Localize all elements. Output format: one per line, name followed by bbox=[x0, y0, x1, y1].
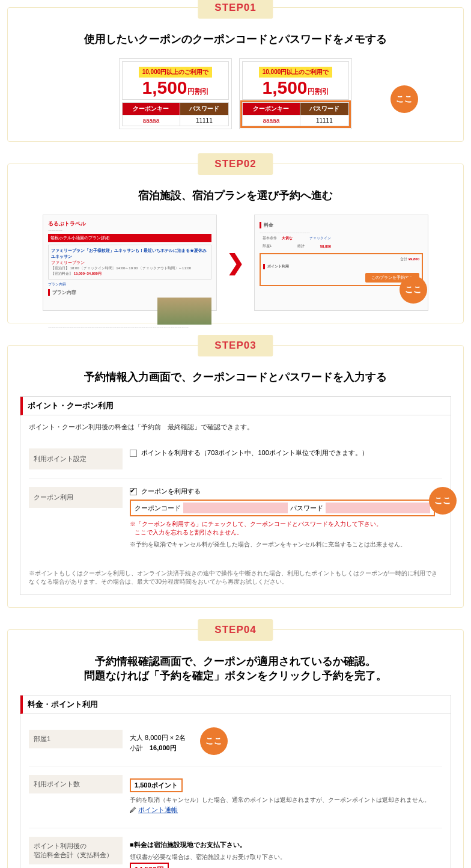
koko-badge: ここ bbox=[400, 276, 427, 304]
arrow-icon: ❯ bbox=[226, 250, 245, 275]
page-heading-bar: 箱根ホテル小涌園のプラン詳細 bbox=[48, 234, 211, 242]
coupon-key-header: クーポンキー bbox=[243, 103, 300, 115]
step1-card: STEP01 使用したいクーポンのクーポンコードとパスワードをメモする 10,0… bbox=[7, 7, 464, 142]
step3-card: STEP03 予約情報入力画面で、クーポンコードとパスワードを入力する ポイント… bbox=[7, 345, 464, 608]
coupon-condition: 10,000円以上のご利用で bbox=[139, 67, 213, 78]
coupon-code-input[interactable] bbox=[183, 503, 288, 513]
coupon-label: クーポン利用 bbox=[29, 487, 123, 508]
coupon-pw-header: パスワード bbox=[180, 103, 228, 115]
step2-title: 宿泊施設、宿泊プランを選び予約へ進む bbox=[20, 188, 451, 203]
subtotal-label: 小計 bbox=[130, 744, 143, 751]
plan-link: プラン内容 bbox=[48, 282, 211, 287]
coupon-unit: 円割引 bbox=[187, 87, 209, 96]
row-point-setting: 利用ポイント設定 ポイントを利用する（703ポイント中、100ポイント単位で利用… bbox=[29, 440, 442, 478]
point-text: ポイントを利用する（703ポイント中、100ポイント単位で利用できます。） bbox=[141, 449, 368, 456]
step4-title: 予約情報確認画面で、クーポンが適用されているか確認。 問題なければ「予約を確定」… bbox=[20, 654, 451, 683]
points-note: 予約を取消（キャンセル）した場合、通常のポイントは返却されますが、クーポンポイン… bbox=[130, 796, 435, 804]
panel-footer: ※ポイントもしくはクーポンを利用し、オンライン決済手続きの途中で操作を中断された… bbox=[20, 564, 451, 594]
step1-coupon-row: 10,000円以上のご利用で 1,500円割引 クーポンキーパスワード aaaa… bbox=[20, 58, 451, 129]
coupon-checkbox[interactable] bbox=[130, 488, 137, 495]
plan-subtitle: ファミリープラン bbox=[51, 260, 208, 266]
coupon-pw-value: 11111 bbox=[180, 115, 228, 126]
coupon-code-label: クーポンコード bbox=[135, 504, 181, 513]
row-coupon: クーポン利用 クーポンを利用する クーポンコード パスワード ※「クーポンを利用… bbox=[29, 478, 442, 557]
step2-tab: STEP02 bbox=[198, 153, 273, 175]
price-header: 料金 bbox=[260, 222, 423, 228]
hotel-image bbox=[157, 298, 211, 325]
coupon-warning2: ここで入力を忘れると割引されません。 bbox=[130, 528, 435, 537]
site-logo: るるぶトラベル bbox=[48, 220, 211, 228]
step3-panel: ポイント・クーポン利用 ポイント・クーポン利用後の料金は「予約前 最終確認」で確… bbox=[20, 396, 451, 595]
room-label: 部屋1 bbox=[29, 730, 123, 748]
step3-tab: STEP03 bbox=[198, 335, 273, 356]
step3-title: 予約情報入力画面で、クーポンコードとパスワードを入力する bbox=[20, 370, 451, 384]
coupon-input-group: クーポンコード パスワード bbox=[130, 500, 435, 516]
total-msg: ■料金は宿泊施設現地でお支払下さい。 bbox=[130, 841, 246, 848]
point-checkbox[interactable] bbox=[130, 450, 137, 457]
step1-title: 使用したいクーポンのクーポンコードとパスワードをメモする bbox=[20, 32, 451, 46]
screenshot-plan-list: るるぶトラベル ………… 箱根ホテル小涌園のプラン詳細 ファミリープラン「お子様… bbox=[43, 215, 217, 311]
subtotal-value: 16,000円 bbox=[150, 744, 177, 751]
koko-badge: ここ bbox=[390, 85, 418, 113]
points-value-box: 1,500ポイント bbox=[130, 778, 183, 792]
coupon-use-text: クーポンを利用する bbox=[141, 487, 201, 495]
plan-price: 15,000~34,800円 bbox=[74, 272, 102, 275]
step4-panel: 料金・ポイント利用 部屋1 大人 8,000円 × 2名 小計 16,000円 … bbox=[20, 695, 451, 868]
row-room: 部屋1 大人 8,000円 × 2名 小計 16,000円 bbox=[29, 721, 442, 766]
panel-note: ポイント・クーポン利用後の料金は「予約前 最終確認」で確認できます。 bbox=[29, 423, 442, 432]
points-link[interactable]: ポイント通帳 bbox=[138, 806, 178, 813]
panel-header: ポイント・クーポン利用 bbox=[20, 397, 451, 415]
coupon-unit: 円割引 bbox=[308, 87, 329, 96]
total-sub: 領収書が必要な場合は、宿泊施設よりお受け取り下さい。 bbox=[130, 853, 435, 861]
plan-detail-header: プラン内容 bbox=[48, 289, 211, 296]
coupon-amount: 1,500 bbox=[142, 78, 187, 97]
total-label: ポイント利用後の 宿泊料金合計（支払料金） bbox=[29, 837, 123, 864]
coupon-pw-input[interactable] bbox=[326, 503, 430, 513]
checkin: 18:00 〔チェックイン時間〕14:00～19:00 bbox=[70, 266, 138, 270]
coupon-key-value: aaaaa bbox=[243, 115, 300, 126]
room-line1: 大人 8,000円 × 2名 bbox=[130, 733, 435, 742]
plan-title: ファミリープラン「お子様歓迎」ユネッサンも！最近いちホテルに泊まる★夏休みユネッ… bbox=[51, 248, 208, 260]
link-icon: 🖉 bbox=[130, 806, 136, 813]
price-label: 【宿泊料金】 bbox=[51, 272, 73, 275]
checkout: 〔チェックアウト時間〕～11:00 bbox=[139, 266, 191, 270]
coupon-card-right: 10,000円以上のご利用で 1,500円割引 クーポンキーパスワード aaaa… bbox=[239, 58, 352, 129]
coupon-key-header: クーポンキー bbox=[123, 103, 180, 115]
date-label: 【宿泊日】 bbox=[51, 266, 69, 270]
step1-tab: STEP01 bbox=[198, 0, 273, 19]
coupon-condition: 10,000円以上のご利用で bbox=[259, 67, 333, 78]
points-label: 利用ポイント数 bbox=[29, 775, 123, 793]
coupon-amount: 1,500 bbox=[262, 78, 307, 97]
coupon-warning1: ※「クーポンを利用する」にチェックして、クーポンコードとパスワードを入力して下さ… bbox=[130, 520, 435, 528]
panel-header: 料金・ポイント利用 bbox=[20, 695, 451, 714]
total-price: 14,500円 bbox=[130, 863, 169, 868]
price-summary: 基本条件大切なチェックイン 部屋1総計¥8,800 bbox=[260, 234, 334, 251]
coupon-pw-label: パスワード bbox=[290, 504, 323, 513]
koko-badge: ここ bbox=[429, 487, 457, 515]
row-points-used: 利用ポイント数 1,500ポイント 予約を取消（キャンセル）した場合、通常のポイ… bbox=[29, 766, 442, 828]
step2-card: STEP02 宿泊施設、宿泊プランを選び予約へ進む るるぶトラベル ………… 箱… bbox=[7, 164, 464, 323]
step4-card: STEP04 予約情報確認画面で、クーポンが適用されているか確認。 問題なければ… bbox=[7, 629, 464, 868]
step2-shots: るるぶトラベル ………… 箱根ホテル小涌園のプラン詳細 ファミリープラン「お子様… bbox=[20, 215, 451, 311]
coupon-pw-header: パスワード bbox=[300, 103, 348, 115]
cancel-note: ※予約を取消でキャンセル料が発生した場合、クーポンをキャンセル料に充当することは… bbox=[130, 540, 435, 549]
row-total: ポイント利用後の 宿泊料金合計（支払料金） ■料金は宿泊施設現地でお支払下さい。… bbox=[29, 828, 442, 868]
coupon-card-left: 10,000円以上のご利用で 1,500円割引 クーポンキーパスワード aaaa… bbox=[119, 58, 232, 129]
step4-tab: STEP04 bbox=[198, 619, 273, 641]
coupon-pw-value: 11111 bbox=[300, 115, 348, 126]
coupon-key-value: aaaaa bbox=[123, 115, 180, 126]
point-label: 利用ポイント設定 bbox=[29, 448, 123, 469]
koko-badge: ここ bbox=[200, 727, 228, 755]
points-section: ポイント利用 bbox=[263, 264, 419, 269]
